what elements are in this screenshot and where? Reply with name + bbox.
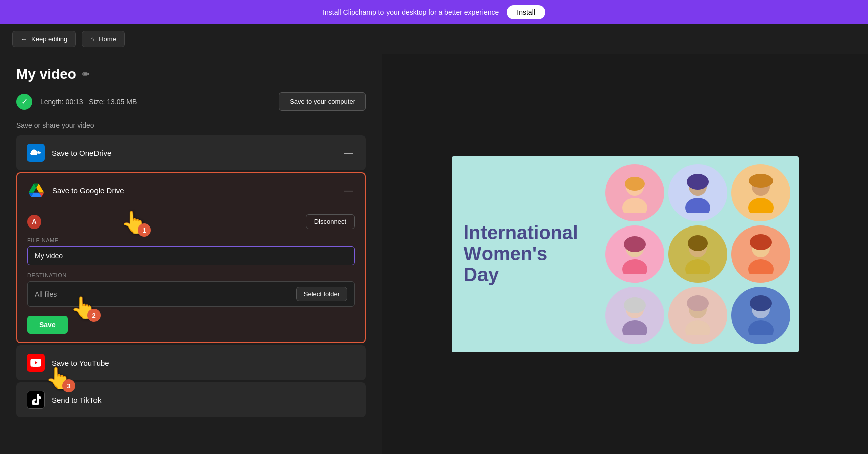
googledrive-card: Save to Google Drive — A Disconnect FILE… <box>16 172 366 343</box>
portrait-8 <box>668 287 727 344</box>
account-avatar: A <box>27 215 41 229</box>
svg-point-2 <box>622 198 647 213</box>
onedrive-card[interactable]: Save to OneDrive — <box>16 135 366 170</box>
edit-title-icon[interactable]: ✏ <box>82 69 90 80</box>
keep-editing-button[interactable]: ← Keep editing <box>12 31 76 47</box>
right-panel: International Women's Day <box>382 54 868 454</box>
portrait-4 <box>605 225 664 283</box>
check-circle-icon: ✓ <box>16 94 32 110</box>
nav-bar: ← Keep editing ⌂ Home <box>0 24 868 54</box>
svg-point-11 <box>622 259 647 274</box>
file-name-label: FILE NAME <box>27 237 355 243</box>
svg-point-17 <box>748 259 774 274</box>
youtube-card-title: Save to YouTube <box>52 359 355 367</box>
meta-text: Length: 00:13 Size: 13.05 MB <box>40 98 271 106</box>
save-button[interactable]: Save <box>27 316 68 334</box>
destination-label: DESTINATION <box>27 272 355 278</box>
svg-point-12 <box>624 236 646 252</box>
svg-point-15 <box>688 235 708 251</box>
onedrive-card-title: Save to OneDrive <box>52 149 335 157</box>
youtube-card[interactable]: Save to YouTube <box>16 345 366 380</box>
portrait-6 <box>731 225 790 283</box>
svg-point-26 <box>748 320 774 335</box>
disconnect-button[interactable]: Disconnect <box>306 214 355 229</box>
portrait-1 <box>605 164 664 221</box>
video-title-row: My video ✏ <box>16 66 366 82</box>
onedrive-icon <box>27 144 45 162</box>
svg-point-8 <box>748 198 774 213</box>
svg-point-27 <box>750 295 772 311</box>
arrow-left-icon: ← <box>21 35 27 43</box>
iwd-text-area: International Women's Day <box>452 156 598 352</box>
video-preview: International Women's Day <box>452 156 799 352</box>
svg-point-9 <box>749 174 773 188</box>
youtube-icon <box>27 354 45 372</box>
destination-value: All files <box>35 290 291 298</box>
account-row: A Disconnect <box>27 214 355 229</box>
onedrive-collapse-button[interactable]: — <box>342 148 355 158</box>
iwd-circles <box>597 156 798 352</box>
left-panel: My video ✏ ✓ Length: 00:13 Size: 13.05 M… <box>0 54 382 454</box>
main-layout: My video ✏ ✓ Length: 00:13 Size: 13.05 M… <box>0 54 868 454</box>
meta-row: ✓ Length: 00:13 Size: 13.05 MB Save to y… <box>16 92 366 111</box>
svg-point-21 <box>624 297 646 313</box>
svg-point-5 <box>685 198 710 213</box>
file-name-input[interactable] <box>27 246 355 265</box>
svg-point-23 <box>685 320 710 335</box>
install-button[interactable]: Install <box>507 5 545 19</box>
portrait-5 <box>668 225 727 283</box>
destination-row: All files Select folder <box>27 281 355 307</box>
section-label: Save or share your video <box>16 121 366 129</box>
top-banner: Install Clipchamp to your desktop for a … <box>0 0 868 24</box>
googledrive-card-header[interactable]: Save to Google Drive — <box>17 173 365 207</box>
portrait-3 <box>731 164 790 221</box>
svg-point-20 <box>622 320 647 335</box>
portrait-9 <box>731 287 790 344</box>
portrait-2 <box>668 164 727 221</box>
home-button[interactable]: ⌂ Home <box>82 31 125 47</box>
destination-group: DESTINATION All files Select folder <box>27 272 355 307</box>
gdrive-icon <box>27 181 45 199</box>
save-to-computer-button[interactable]: Save to your computer <box>279 92 366 111</box>
select-folder-button[interactable]: Select folder <box>296 287 347 301</box>
export-cards: Save to OneDrive — <box>16 135 366 417</box>
banner-text: Install Clipchamp to your desktop for a … <box>323 8 499 16</box>
svg-point-18 <box>750 234 772 250</box>
svg-point-24 <box>687 295 709 311</box>
portrait-7 <box>605 287 664 344</box>
googledrive-card-title: Save to Google Drive <box>52 186 335 195</box>
iwd-title: International Women's Day <box>464 222 586 285</box>
tiktok-icon <box>27 391 45 409</box>
googledrive-collapse-button[interactable]: — <box>342 185 355 196</box>
iwd-illustration: International Women's Day <box>452 156 799 352</box>
tiktok-card-title: Send to TikTok <box>52 396 355 404</box>
svg-point-6 <box>687 174 709 190</box>
file-name-group: FILE NAME <box>27 237 355 265</box>
svg-point-14 <box>685 259 710 274</box>
home-icon: ⌂ <box>90 35 94 43</box>
svg-point-3 <box>625 177 645 191</box>
video-title: My video <box>16 66 76 82</box>
googledrive-card-body: A Disconnect FILE NAME DESTINATION All f… <box>17 214 365 342</box>
tiktok-card[interactable]: Send to TikTok <box>16 382 366 417</box>
